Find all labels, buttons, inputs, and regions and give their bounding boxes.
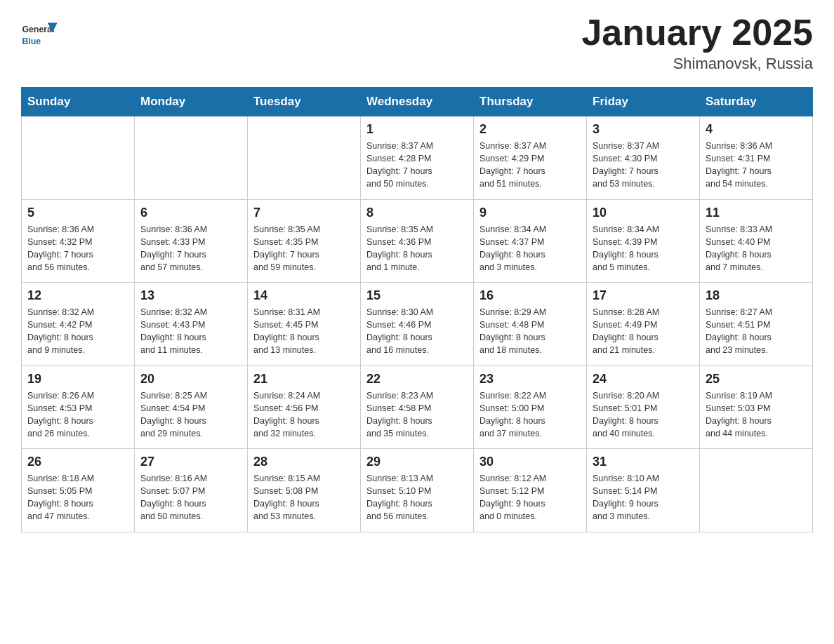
calendar-week-row: 26Sunrise: 8:18 AM Sunset: 5:05 PM Dayli… [22, 449, 813, 532]
calendar-day-header: Thursday [474, 88, 587, 116]
day-number: 21 [253, 372, 355, 387]
day-info: Sunrise: 8:34 AM Sunset: 4:39 PM Dayligh… [593, 223, 694, 274]
day-info: Sunrise: 8:23 AM Sunset: 4:58 PM Dayligh… [366, 389, 468, 441]
day-number: 22 [366, 372, 468, 387]
calendar-cell: 18Sunrise: 8:27 AM Sunset: 4:51 PM Dayli… [700, 283, 813, 366]
day-number: 3 [593, 122, 694, 137]
day-info: Sunrise: 8:35 AM Sunset: 4:35 PM Dayligh… [253, 223, 355, 274]
day-number: 13 [140, 288, 241, 303]
calendar-cell: 14Sunrise: 8:31 AM Sunset: 4:45 PM Dayli… [248, 283, 361, 366]
day-info: Sunrise: 8:22 AM Sunset: 5:00 PM Dayligh… [479, 389, 581, 441]
day-number: 4 [706, 122, 807, 137]
day-number: 8 [366, 206, 468, 220]
day-number: 29 [366, 455, 468, 469]
day-number: 15 [366, 288, 468, 303]
day-info: Sunrise: 8:33 AM Sunset: 4:40 PM Dayligh… [706, 223, 807, 274]
calendar-week-row: 19Sunrise: 8:26 AM Sunset: 4:53 PM Dayli… [22, 365, 813, 449]
calendar-week-row: 12Sunrise: 8:32 AM Sunset: 4:42 PM Dayli… [22, 283, 813, 366]
calendar-cell: 26Sunrise: 8:18 AM Sunset: 5:05 PM Dayli… [22, 449, 135, 532]
day-number: 18 [706, 288, 807, 303]
calendar-cell: 16Sunrise: 8:29 AM Sunset: 4:48 PM Dayli… [474, 283, 587, 366]
page-header: General Blue January 2025 Shimanovsk, Ru… [21, 14, 813, 73]
calendar-cell: 29Sunrise: 8:13 AM Sunset: 5:10 PM Dayli… [361, 449, 474, 532]
day-info: Sunrise: 8:36 AM Sunset: 4:33 PM Dayligh… [140, 223, 241, 274]
title-section: January 2025 Shimanovsk, Russia [581, 14, 813, 73]
day-number: 26 [27, 455, 128, 469]
day-number: 9 [479, 206, 581, 220]
calendar-cell: 19Sunrise: 8:26 AM Sunset: 4:53 PM Dayli… [22, 365, 135, 449]
day-number: 28 [253, 455, 355, 469]
calendar-cell: 4Sunrise: 8:36 AM Sunset: 4:31 PM Daylig… [700, 116, 813, 200]
day-info: Sunrise: 8:28 AM Sunset: 4:49 PM Dayligh… [593, 306, 694, 357]
calendar-cell: 2Sunrise: 8:37 AM Sunset: 4:29 PM Daylig… [474, 116, 587, 200]
day-info: Sunrise: 8:15 AM Sunset: 5:08 PM Dayligh… [253, 472, 355, 523]
day-number: 23 [479, 372, 581, 387]
month-title: January 2025 [581, 14, 813, 51]
day-number: 2 [479, 122, 581, 137]
day-number: 1 [366, 122, 468, 137]
calendar-cell: 30Sunrise: 8:12 AM Sunset: 5:12 PM Dayli… [474, 449, 587, 532]
day-number: 5 [27, 206, 128, 220]
calendar-table: SundayMondayTuesdayWednesdayThursdayFrid… [21, 87, 813, 532]
day-info: Sunrise: 8:26 AM Sunset: 4:53 PM Dayligh… [27, 389, 128, 441]
logo: General Blue [21, 14, 60, 53]
calendar-cell: 22Sunrise: 8:23 AM Sunset: 4:58 PM Dayli… [361, 365, 474, 449]
day-number: 31 [593, 455, 694, 469]
day-number: 14 [253, 288, 355, 303]
day-number: 12 [27, 288, 128, 303]
day-number: 6 [140, 206, 241, 220]
day-info: Sunrise: 8:31 AM Sunset: 4:45 PM Dayligh… [253, 306, 355, 357]
day-number: 7 [253, 206, 355, 220]
calendar-cell: 11Sunrise: 8:33 AM Sunset: 4:40 PM Dayli… [700, 199, 813, 283]
day-info: Sunrise: 8:20 AM Sunset: 5:01 PM Dayligh… [593, 389, 694, 441]
calendar-cell: 10Sunrise: 8:34 AM Sunset: 4:39 PM Dayli… [587, 199, 700, 283]
calendar-day-header: Monday [135, 88, 248, 116]
day-number: 27 [140, 455, 241, 469]
calendar-cell: 13Sunrise: 8:32 AM Sunset: 4:43 PM Dayli… [135, 283, 248, 366]
day-info: Sunrise: 8:32 AM Sunset: 4:42 PM Dayligh… [27, 306, 128, 357]
svg-text:Blue: Blue [22, 36, 41, 46]
calendar-cell: 21Sunrise: 8:24 AM Sunset: 4:56 PM Dayli… [248, 365, 361, 449]
calendar-week-row: 1Sunrise: 8:37 AM Sunset: 4:28 PM Daylig… [22, 116, 813, 200]
calendar-cell: 6Sunrise: 8:36 AM Sunset: 4:33 PM Daylig… [135, 199, 248, 283]
calendar-cell: 28Sunrise: 8:15 AM Sunset: 5:08 PM Dayli… [248, 449, 361, 532]
day-number: 25 [706, 372, 807, 387]
day-info: Sunrise: 8:10 AM Sunset: 5:14 PM Dayligh… [593, 472, 694, 523]
calendar-cell: 7Sunrise: 8:35 AM Sunset: 4:35 PM Daylig… [248, 199, 361, 283]
calendar-cell: 12Sunrise: 8:32 AM Sunset: 4:42 PM Dayli… [22, 283, 135, 366]
calendar-cell [22, 116, 135, 200]
calendar-cell: 1Sunrise: 8:37 AM Sunset: 4:28 PM Daylig… [361, 116, 474, 200]
day-info: Sunrise: 8:29 AM Sunset: 4:48 PM Dayligh… [479, 306, 581, 357]
calendar-cell: 15Sunrise: 8:30 AM Sunset: 4:46 PM Dayli… [361, 283, 474, 366]
calendar-cell [700, 449, 813, 532]
day-number: 11 [706, 206, 807, 220]
calendar-cell: 8Sunrise: 8:35 AM Sunset: 4:36 PM Daylig… [361, 199, 474, 283]
day-info: Sunrise: 8:36 AM Sunset: 4:32 PM Dayligh… [27, 223, 128, 274]
calendar-cell: 17Sunrise: 8:28 AM Sunset: 4:49 PM Dayli… [587, 283, 700, 366]
day-info: Sunrise: 8:13 AM Sunset: 5:10 PM Dayligh… [366, 472, 468, 523]
logo-icon: General Blue [21, 14, 60, 53]
day-info: Sunrise: 8:16 AM Sunset: 5:07 PM Dayligh… [140, 472, 241, 523]
calendar-cell: 9Sunrise: 8:34 AM Sunset: 4:37 PM Daylig… [474, 199, 587, 283]
day-info: Sunrise: 8:12 AM Sunset: 5:12 PM Dayligh… [479, 472, 581, 523]
day-info: Sunrise: 8:37 AM Sunset: 4:29 PM Dayligh… [479, 140, 581, 191]
calendar-cell: 24Sunrise: 8:20 AM Sunset: 5:01 PM Dayli… [587, 365, 700, 449]
calendar-cell [248, 116, 361, 200]
day-info: Sunrise: 8:24 AM Sunset: 4:56 PM Dayligh… [253, 389, 355, 441]
location: Shimanovsk, Russia [581, 55, 813, 73]
day-number: 19 [27, 372, 128, 387]
calendar-cell: 31Sunrise: 8:10 AM Sunset: 5:14 PM Dayli… [587, 449, 700, 532]
calendar-cell: 5Sunrise: 8:36 AM Sunset: 4:32 PM Daylig… [22, 199, 135, 283]
calendar-week-row: 5Sunrise: 8:36 AM Sunset: 4:32 PM Daylig… [22, 199, 813, 283]
calendar-day-header: Friday [587, 88, 700, 116]
calendar-day-header: Sunday [22, 88, 135, 116]
day-info: Sunrise: 8:19 AM Sunset: 5:03 PM Dayligh… [706, 389, 807, 441]
calendar-cell [135, 116, 248, 200]
day-info: Sunrise: 8:27 AM Sunset: 4:51 PM Dayligh… [706, 306, 807, 357]
day-info: Sunrise: 8:36 AM Sunset: 4:31 PM Dayligh… [706, 140, 807, 191]
calendar-cell: 3Sunrise: 8:37 AM Sunset: 4:30 PM Daylig… [587, 116, 700, 200]
day-info: Sunrise: 8:37 AM Sunset: 4:30 PM Dayligh… [593, 140, 694, 191]
calendar-cell: 20Sunrise: 8:25 AM Sunset: 4:54 PM Dayli… [135, 365, 248, 449]
calendar-cell: 23Sunrise: 8:22 AM Sunset: 5:00 PM Dayli… [474, 365, 587, 449]
calendar-cell: 27Sunrise: 8:16 AM Sunset: 5:07 PM Dayli… [135, 449, 248, 532]
